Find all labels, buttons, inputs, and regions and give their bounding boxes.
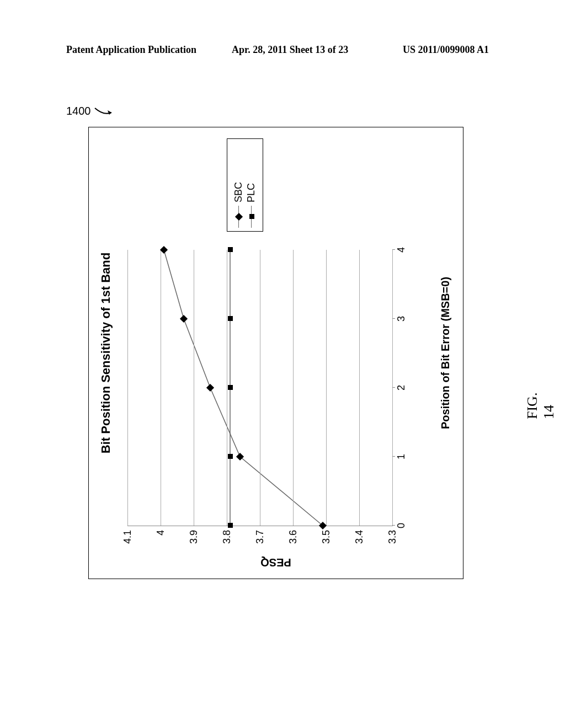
header-left-text: Patent Application Publication (66, 44, 196, 56)
legend-label-sbc: SBC (233, 182, 244, 202)
gridline (293, 250, 294, 526)
y-tick-label: 4.1 (122, 530, 134, 544)
legend-entry-plc: PLC (246, 142, 257, 228)
arrow-icon (94, 106, 116, 118)
x-tick-label: 0 (396, 523, 407, 528)
y-tick-label: 3.5 (321, 530, 332, 544)
y-tick-label: 3.6 (287, 530, 299, 544)
x-tick-label: 3 (396, 316, 407, 322)
chart-rotated-wrapper: Bit Position Sensitivity of 1st Band PES… (88, 127, 463, 579)
figure-ref-text: 1400 (66, 105, 91, 117)
x-tick-label: 1 (396, 454, 407, 459)
gridline (260, 250, 260, 526)
x-tick-mark (392, 456, 395, 457)
chart-container: Bit Position Sensitivity of 1st Band PES… (88, 127, 463, 579)
y-tick-label: 3.9 (188, 530, 200, 544)
x-tick-mark (392, 387, 395, 388)
gridline (194, 250, 194, 526)
legend-line-sbc (238, 206, 239, 228)
legend-entry-sbc: SBC (233, 142, 244, 228)
legend-box: SBC PLC (227, 138, 263, 232)
gridline (127, 250, 128, 526)
header-mid-text: Apr. 28, 2011 Sheet 13 of 23 (232, 44, 348, 56)
plot-region: 3.33.43.53.63.73.83.944.101234 (127, 250, 393, 526)
header-right-text: US 2011/0099008 A1 (403, 44, 489, 56)
series-line (164, 250, 323, 526)
y-tick-label: 3.3 (387, 530, 398, 544)
y-tick-label: 4 (155, 530, 167, 536)
chart-title: Bit Position Sensitivity of 1st Band (99, 127, 113, 579)
x-axis-label: Position of Bit Error (MSB=0) (439, 277, 452, 429)
x-tick-mark (392, 525, 395, 526)
figure-reference-number: 1400 (66, 105, 116, 118)
diamond-icon (235, 213, 243, 221)
y-axis-label: PESQ (260, 556, 291, 569)
gridline (326, 250, 327, 526)
x-tick-mark (392, 249, 395, 250)
square-icon (228, 248, 233, 253)
gridline (161, 250, 161, 526)
y-tick-label: 3.4 (354, 530, 365, 544)
y-tick-label: 3.8 (221, 530, 233, 544)
square-icon (228, 317, 233, 322)
square-icon (228, 386, 233, 390)
x-tick-label: 2 (396, 385, 407, 390)
square-icon (249, 215, 254, 220)
y-tick-label: 3.7 (254, 530, 266, 544)
legend-label-plc: PLC (246, 183, 257, 202)
square-icon (228, 523, 233, 528)
square-icon (228, 454, 233, 459)
gridline (392, 250, 393, 526)
figure-area: 1400 Bit Position Sensitivity of 1st Ban… (66, 99, 486, 596)
x-tick-label: 4 (396, 247, 407, 253)
x-tick-mark (392, 318, 395, 319)
figure-caption: FIG. 14 (524, 393, 557, 419)
gridline (359, 250, 360, 526)
legend-line-plc (251, 206, 252, 228)
